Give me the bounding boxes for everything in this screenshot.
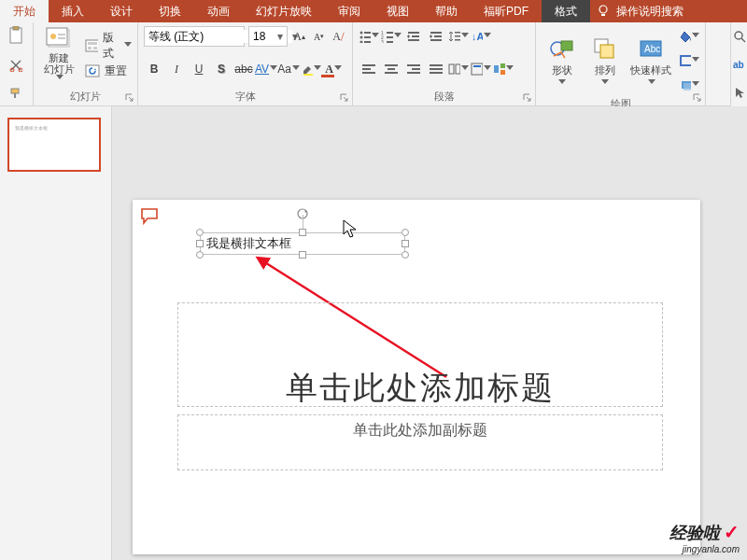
quick-styles-button[interactable]: Abc 快速样式 bbox=[627, 35, 675, 87]
paste-button[interactable] bbox=[6, 26, 26, 47]
tab-transition[interactable]: 切换 bbox=[146, 0, 194, 22]
svg-rect-57 bbox=[500, 70, 505, 75]
new-slide-button[interactable]: 新建 幻灯片 bbox=[39, 26, 79, 82]
tab-slideshow[interactable]: 幻灯片放映 bbox=[243, 0, 325, 22]
resize-handle-sw[interactable] bbox=[196, 251, 204, 259]
svg-rect-16 bbox=[303, 74, 313, 76]
arrange-button[interactable]: 排列 bbox=[585, 35, 626, 87]
select-icon[interactable] bbox=[733, 86, 746, 99]
thumbnail-pane[interactable]: 我是横排文本框 bbox=[0, 106, 112, 560]
svg-text:3: 3 bbox=[381, 39, 384, 43]
horizontal-text-box[interactable]: 我是横排文本框 bbox=[200, 232, 405, 255]
resize-handle-w[interactable] bbox=[196, 240, 204, 247]
smartart-button[interactable] bbox=[493, 59, 514, 79]
title-placeholder[interactable]: 单击此处添加标题 bbox=[177, 302, 663, 407]
clear-formatting-button[interactable]: A⧸ bbox=[331, 26, 346, 47]
strikethrough-button[interactable]: abc bbox=[233, 59, 254, 79]
font-color-button[interactable]: A bbox=[323, 59, 344, 79]
chevron-down-icon[interactable]: ▾ bbox=[274, 30, 287, 43]
shadow-button[interactable]: S bbox=[211, 59, 232, 79]
bullets-button[interactable] bbox=[359, 26, 379, 47]
tab-view[interactable]: 视图 bbox=[374, 0, 422, 22]
resize-handle-e[interactable] bbox=[402, 240, 409, 247]
dialog-launcher-icon[interactable] bbox=[522, 92, 533, 104]
svg-rect-2 bbox=[13, 26, 19, 30]
comment-icon[interactable] bbox=[140, 207, 161, 226]
align-center-button[interactable] bbox=[381, 59, 402, 79]
align-left-button[interactable] bbox=[359, 59, 379, 79]
slide-thumbnail-1[interactable]: 我是横排文本框 bbox=[7, 118, 101, 172]
svg-rect-65 bbox=[681, 56, 691, 65]
chevron-down-icon bbox=[292, 65, 300, 73]
decrease-font-button[interactable]: A▾ bbox=[311, 26, 327, 47]
svg-text:↓A: ↓A bbox=[472, 31, 483, 42]
slide-canvas[interactable]: 我是横排文本框 单击此处添加标题 单击此处添加副标题 bbox=[133, 200, 700, 554]
dialog-launcher-icon[interactable] bbox=[692, 92, 703, 104]
svg-rect-13 bbox=[88, 47, 92, 49]
resize-handle-s[interactable] bbox=[299, 251, 306, 259]
tab-animation[interactable]: 动画 bbox=[194, 0, 243, 22]
slide-editor[interactable]: 我是横排文本框 单击此处添加标题 单击此处添加副标题 bbox=[112, 106, 747, 560]
paragraph-group-label: 段落 bbox=[359, 90, 529, 104]
resize-handle-n[interactable] bbox=[299, 229, 306, 236]
tab-insert[interactable]: 插入 bbox=[49, 0, 97, 22]
drawing-group: 形状 排列 Abc 快速样式 绘图 bbox=[536, 22, 706, 105]
layout-button[interactable]: 版式 bbox=[85, 30, 132, 62]
dialog-launcher-icon[interactable] bbox=[124, 92, 135, 104]
tab-review[interactable]: 审阅 bbox=[325, 0, 374, 22]
tab-home[interactable]: 开始 bbox=[0, 0, 49, 22]
find-icon[interactable] bbox=[733, 30, 746, 43]
bold-button[interactable]: B bbox=[144, 59, 164, 79]
justify-button[interactable] bbox=[426, 59, 446, 79]
resize-handle-ne[interactable] bbox=[402, 229, 409, 236]
char-spacing-button[interactable]: AV bbox=[256, 59, 276, 79]
increase-font-button[interactable]: A▴ bbox=[291, 26, 307, 47]
shapes-button[interactable]: 形状 bbox=[542, 35, 583, 87]
line-spacing-button[interactable] bbox=[448, 26, 469, 47]
text-direction-button[interactable]: ↓A bbox=[471, 26, 491, 47]
columns-button[interactable] bbox=[448, 59, 469, 79]
svg-point-17 bbox=[360, 32, 363, 35]
thumbnail-preview: 我是横排文本框 bbox=[15, 125, 48, 131]
italic-button[interactable]: I bbox=[166, 59, 187, 79]
shape-outline-button[interactable] bbox=[679, 50, 699, 71]
tab-design[interactable]: 设计 bbox=[97, 0, 146, 22]
align-right-button[interactable] bbox=[403, 59, 424, 79]
svg-point-0 bbox=[599, 6, 607, 13]
subtitle-placeholder[interactable]: 单击此处添加副标题 bbox=[177, 414, 663, 470]
font-size-combo[interactable]: ▾ bbox=[248, 26, 288, 47]
tab-help[interactable]: 帮助 bbox=[422, 0, 471, 22]
tab-foxit[interactable]: 福昕PDF bbox=[471, 0, 542, 22]
checkmark-icon: ✓ bbox=[724, 522, 740, 542]
dialog-launcher-icon[interactable] bbox=[339, 92, 350, 104]
svg-rect-54 bbox=[473, 65, 481, 67]
align-text-button[interactable] bbox=[471, 59, 491, 79]
format-painter-button[interactable] bbox=[6, 83, 26, 104]
tab-format[interactable]: 格式 bbox=[542, 0, 590, 22]
change-case-button[interactable]: Aa bbox=[278, 59, 299, 79]
replace-icon[interactable]: ab bbox=[733, 58, 746, 71]
underline-button[interactable]: U bbox=[189, 59, 209, 79]
svg-rect-22 bbox=[364, 41, 371, 43]
highlight-button[interactable] bbox=[301, 59, 321, 79]
svg-rect-10 bbox=[58, 37, 65, 39]
svg-rect-41 bbox=[362, 72, 375, 74]
resize-handle-nw[interactable] bbox=[196, 229, 204, 236]
reset-button[interactable]: 重置 bbox=[85, 63, 132, 79]
numbering-button[interactable]: 123 bbox=[381, 26, 402, 47]
new-slide-label: 新建 幻灯片 bbox=[44, 52, 75, 75]
chevron-down-icon bbox=[506, 65, 514, 73]
shape-fill-button[interactable] bbox=[679, 26, 699, 47]
tell-me-search[interactable]: 操作说明搜索 bbox=[614, 0, 697, 22]
font-name-combo[interactable]: ▾ bbox=[144, 26, 245, 47]
svg-rect-48 bbox=[430, 64, 443, 66]
svg-rect-53 bbox=[472, 63, 483, 75]
decrease-indent-button[interactable] bbox=[403, 26, 424, 47]
resize-handle-se[interactable] bbox=[402, 251, 409, 259]
cut-button[interactable] bbox=[6, 55, 26, 76]
increase-indent-button[interactable] bbox=[426, 26, 446, 47]
svg-rect-11 bbox=[86, 40, 98, 51]
svg-rect-43 bbox=[388, 68, 395, 70]
font-size-input[interactable] bbox=[249, 30, 274, 43]
svg-rect-44 bbox=[385, 72, 398, 74]
